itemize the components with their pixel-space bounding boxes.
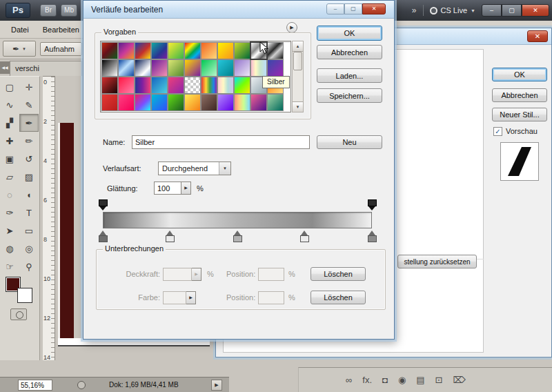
maximize-button[interactable]: ▢ bbox=[344, 3, 362, 14]
minimize-button[interactable]: – bbox=[482, 4, 502, 17]
layer-effects-icon[interactable]: fx. bbox=[362, 375, 372, 385]
gradient-swatch[interactable] bbox=[267, 94, 284, 111]
app-bar-button-br[interactable]: Br bbox=[40, 4, 57, 17]
gradient-swatch[interactable] bbox=[151, 94, 168, 111]
gradient-preview[interactable] bbox=[103, 212, 372, 228]
collapse-panel-button[interactable]: ◀◀ bbox=[0, 61, 10, 74]
minimize-button[interactable]: – bbox=[326, 3, 344, 14]
new-layer-icon[interactable]: ⊡ bbox=[435, 375, 443, 385]
scroll-up-icon[interactable]: ▲ bbox=[293, 41, 303, 52]
close-icon[interactable]: ✕ bbox=[527, 30, 548, 42]
3d-orbit-tool[interactable]: ◎ bbox=[19, 239, 39, 257]
gradient-swatch[interactable] bbox=[184, 94, 201, 111]
style-ok-button[interactable]: OK bbox=[492, 68, 547, 81]
gradient-swatch[interactable] bbox=[234, 59, 250, 77]
color-stop[interactable] bbox=[233, 231, 242, 242]
background-color-swatch[interactable] bbox=[17, 288, 32, 303]
gradient-swatch[interactable] bbox=[184, 42, 201, 59]
zoom-level-field[interactable]: 55,16% bbox=[18, 380, 52, 391]
document-tab[interactable]: verschi bbox=[10, 61, 82, 76]
type-tool[interactable]: T bbox=[19, 204, 39, 222]
status-expand-button[interactable]: ▶ bbox=[211, 380, 222, 391]
gradient-swatch[interactable] bbox=[201, 42, 217, 59]
ok-button[interactable]: OK bbox=[317, 26, 382, 41]
zoom-tool[interactable]: ⚲ bbox=[19, 257, 39, 275]
color-stop[interactable] bbox=[368, 231, 377, 242]
gradient-swatch[interactable] bbox=[217, 42, 234, 59]
document-canvas[interactable] bbox=[58, 123, 74, 338]
presets-flyout-button[interactable]: ▶ bbox=[286, 22, 297, 33]
shape-tool[interactable]: ▭ bbox=[19, 222, 39, 239]
blur-tool[interactable]: ◌ bbox=[0, 186, 19, 204]
style-cancel-button[interactable]: Abbrechen bbox=[492, 88, 547, 102]
delete-layer-icon[interactable]: ⌦ bbox=[453, 375, 465, 385]
gradient-swatch[interactable] bbox=[184, 59, 201, 77]
save-button[interactable]: Speichern... bbox=[317, 88, 382, 103]
gradient-swatch[interactable] bbox=[101, 94, 118, 111]
gradient-name-input[interactable] bbox=[132, 135, 310, 149]
gradient-swatch[interactable] bbox=[135, 77, 151, 94]
gradient-tool[interactable]: ▨ bbox=[19, 168, 39, 186]
gradient-swatch[interactable] bbox=[217, 59, 234, 77]
gradient-swatch[interactable] bbox=[168, 42, 184, 59]
sample-size-button[interactable]: Aufnahm bbox=[40, 42, 82, 56]
overflow-chevron-icon[interactable]: » bbox=[412, 6, 417, 15]
gradient-swatch[interactable] bbox=[118, 59, 135, 77]
quick-mask-button[interactable] bbox=[10, 308, 27, 320]
delete-color-stop-button[interactable]: Löschen bbox=[310, 291, 366, 304]
gradient-swatch[interactable] bbox=[135, 42, 151, 59]
gradient-swatch[interactable] bbox=[234, 77, 250, 94]
gradient-swatch[interactable] bbox=[168, 94, 184, 111]
gradient-swatch[interactable] bbox=[168, 77, 184, 94]
layer-group-icon[interactable]: ▤ bbox=[416, 375, 424, 385]
gradient-swatch[interactable] bbox=[101, 77, 118, 94]
gradient-swatch[interactable] bbox=[250, 59, 267, 77]
new-button[interactable]: Neu bbox=[317, 135, 382, 149]
close-icon[interactable]: ✕ bbox=[362, 3, 386, 14]
color-stop[interactable] bbox=[166, 231, 175, 242]
link-layers-icon[interactable]: ∞ bbox=[346, 375, 352, 385]
color-stop[interactable] bbox=[300, 231, 309, 242]
restore-button[interactable]: ▢ bbox=[502, 4, 522, 17]
gradient-swatch[interactable] bbox=[101, 59, 118, 77]
menu-bearbeiten[interactable]: Bearbeiten bbox=[37, 23, 85, 37]
gradient-swatch[interactable] bbox=[118, 77, 135, 94]
new-style-button[interactable]: Neuer Stil... bbox=[492, 108, 547, 121]
opacity-stop[interactable] bbox=[99, 199, 108, 211]
color-stop[interactable] bbox=[99, 231, 108, 242]
gradient-swatch[interactable] bbox=[151, 42, 168, 59]
gradient-swatch[interactable] bbox=[118, 94, 135, 111]
color-flyout-button[interactable]: ▶ bbox=[186, 291, 196, 304]
gradient-swatch[interactable] bbox=[151, 59, 168, 77]
healing-brush-tool[interactable]: ✚ bbox=[0, 132, 19, 150]
gradient-swatch[interactable] bbox=[135, 59, 151, 77]
eyedropper-tool[interactable]: ✒ bbox=[19, 114, 39, 132]
path-selection-tool[interactable]: ➤ bbox=[0, 222, 19, 239]
crop-tool[interactable]: ▞ bbox=[0, 114, 19, 132]
gradient-swatch[interactable] bbox=[135, 94, 151, 111]
app-bar-button-mb[interactable]: Mb bbox=[61, 4, 77, 17]
gradient-type-dropdown[interactable]: Durchgehend ▼ bbox=[158, 161, 231, 175]
scrollbar-thumb[interactable] bbox=[293, 52, 302, 70]
gradient-swatch[interactable] bbox=[168, 59, 184, 77]
gradient-swatch[interactable] bbox=[217, 77, 234, 94]
gradient-swatch[interactable] bbox=[201, 59, 217, 77]
gradient-swatch[interactable] bbox=[250, 94, 267, 111]
gradient-swatch[interactable] bbox=[101, 42, 118, 59]
lasso-tool[interactable]: ∿ bbox=[0, 96, 19, 114]
load-button[interactable]: Laden... bbox=[317, 68, 382, 83]
gradient-swatch[interactable] bbox=[151, 77, 168, 94]
smoothness-slider-button[interactable]: ▶ bbox=[181, 182, 191, 195]
cs-live-button[interactable]: CS Live ▼ bbox=[430, 6, 475, 14]
history-brush-tool[interactable]: ↺ bbox=[19, 150, 39, 168]
move-tool[interactable]: ✛ bbox=[19, 78, 39, 96]
rectangular-marquee-tool[interactable]: ▢ bbox=[0, 78, 19, 96]
brush-tool[interactable]: ✏ bbox=[19, 132, 39, 150]
scroll-down-icon[interactable]: ▼ bbox=[293, 101, 303, 112]
3d-rotate-tool[interactable]: ◍ bbox=[0, 239, 19, 257]
gradient-swatch[interactable] bbox=[184, 77, 201, 94]
gradient-swatch[interactable] bbox=[234, 42, 250, 59]
tool-preset-picker[interactable]: ✒ ▼ bbox=[3, 41, 36, 57]
reset-settings-button[interactable]: stellung zurücksetzen bbox=[397, 255, 477, 268]
clone-stamp-tool[interactable]: ▣ bbox=[0, 150, 19, 168]
